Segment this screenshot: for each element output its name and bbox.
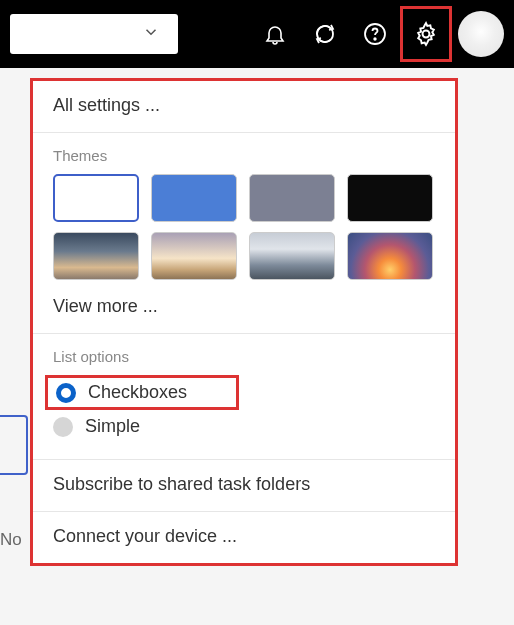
radio-simple[interactable]: Simple <box>53 410 435 443</box>
themes-heading: Themes <box>53 147 435 164</box>
radio-selected-icon <box>56 383 76 403</box>
theme-gray[interactable] <box>249 174 335 222</box>
theme-black[interactable] <box>347 174 433 222</box>
gear-icon[interactable] <box>400 6 452 62</box>
topbar <box>0 0 514 68</box>
radio-unselected-icon <box>53 417 73 437</box>
view-more-link[interactable]: View more ... <box>53 296 158 316</box>
all-settings-label: All settings ... <box>53 95 160 115</box>
connect-device-label: Connect your device ... <box>53 526 237 546</box>
list-options-heading: List options <box>53 348 435 365</box>
list-options-section: List options Checkboxes Simple <box>33 334 455 460</box>
all-settings-row[interactable]: All settings ... <box>33 81 455 133</box>
svg-point-1 <box>374 38 376 40</box>
chevron-down-icon <box>142 23 160 45</box>
theme-beach[interactable] <box>151 232 237 280</box>
connect-device-row[interactable]: Connect your device ... <box>33 512 455 563</box>
background-text: No <box>0 530 22 550</box>
theme-mountain[interactable] <box>53 232 139 280</box>
themes-grid <box>53 174 435 280</box>
help-icon[interactable] <box>350 9 400 59</box>
themes-section: Themes View more ... <box>33 133 455 334</box>
theme-white[interactable] <box>53 174 139 222</box>
settings-panel: All settings ... Themes View more ... Li… <box>30 78 458 566</box>
theme-city[interactable] <box>249 232 335 280</box>
topbar-icons <box>250 6 504 62</box>
radio-checkboxes[interactable]: Checkboxes <box>45 375 239 410</box>
dropdown-field[interactable] <box>10 14 178 54</box>
radio-checkboxes-label: Checkboxes <box>88 382 187 403</box>
theme-blue[interactable] <box>151 174 237 222</box>
background-shape <box>0 415 28 475</box>
subscribe-row[interactable]: Subscribe to shared task folders <box>33 460 455 512</box>
radio-simple-label: Simple <box>85 416 140 437</box>
subscribe-label: Subscribe to shared task folders <box>53 474 310 494</box>
theme-sunset[interactable] <box>347 232 433 280</box>
sync-icon[interactable] <box>300 9 350 59</box>
avatar[interactable] <box>458 11 504 57</box>
svg-point-2 <box>423 31 430 38</box>
bell-icon[interactable] <box>250 9 300 59</box>
